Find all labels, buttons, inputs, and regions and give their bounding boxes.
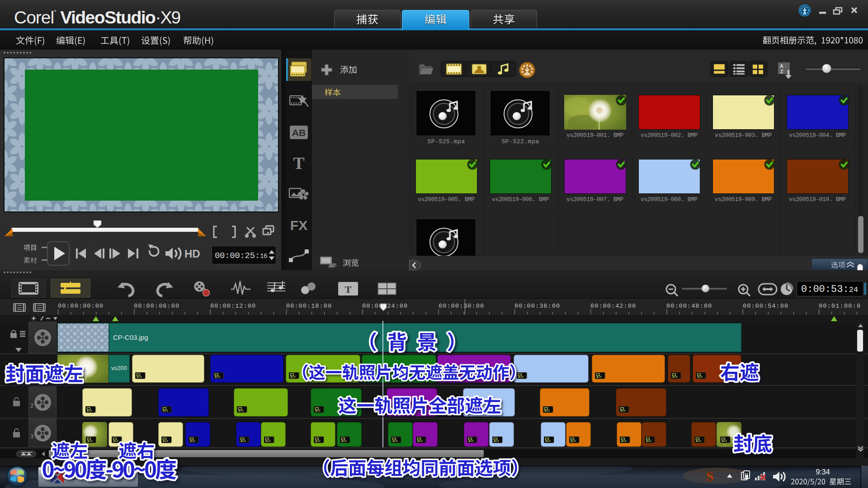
svg-text:A: A [780,63,783,69]
svg-text:00:00:42:00: 00:00:42:00 [590,303,636,310]
svg-text:00:00:06:00: 00:00:06:00 [134,303,179,310]
svg-text:00:00:54:00: 00:00:54:00 [743,303,788,310]
svg-text:AB: AB [292,127,306,138]
svg-text:T: T [293,154,304,173]
svg-text:HD: HD [184,248,200,260]
svg-text:00:00:12:00: 00:00:12:00 [210,303,255,310]
svg-text:S: S [706,469,714,483]
svg-text:Z: Z [780,69,783,74]
svg-text:00:00:48:00: 00:00:48:00 [666,303,712,310]
svg-text:00:00:30:00: 00:00:30:00 [439,303,484,310]
svg-text:00:01:00:0: 00:01:00:0 [819,303,860,310]
svg-text:FX: FX [290,218,307,233]
svg-text:00:00:36:00: 00:00:36:00 [514,303,560,310]
svg-text:00:00:00:00: 00:00:00:00 [58,303,103,310]
svg-text:T: T [345,284,352,295]
svg-text:00:00:18:00: 00:00:18:00 [286,303,331,310]
